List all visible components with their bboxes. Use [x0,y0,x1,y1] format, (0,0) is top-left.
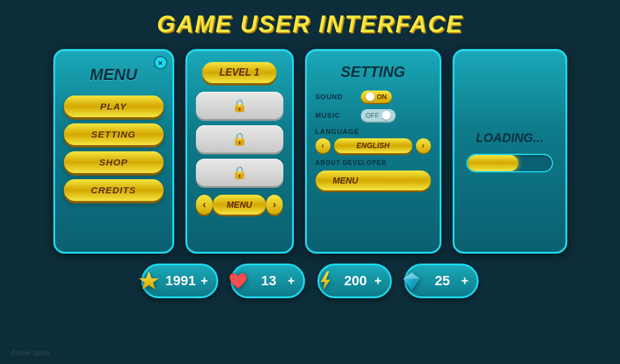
diamond-value: 25 [428,273,456,289]
language-label: LANGUAGE [316,128,431,135]
star-stat-group: 1991 + [141,264,219,298]
heart-icon [226,267,250,295]
sound-row: SOUND ON [316,91,431,103]
language-row: LANGUAGE ‹ ENGLISH › [316,128,431,153]
lock-icon-2: 🔒 [232,131,247,146]
language-display: ENGLISH [334,138,412,153]
bottom-bar: 1991 + 13 + 200 + [0,264,620,298]
levels-panel: LEVEL 1 🔒 🔒 🔒 ‹ MENU › [185,49,294,254]
lightning-stat-group: 200 + [317,264,392,298]
svg-marker-1 [321,271,330,290]
credits-button[interactable]: CREDITS [64,179,164,201]
levels-menu-button[interactable]: MENU [213,195,265,215]
loading-bar-background [466,154,553,172]
level-row-3[interactable]: 🔒 [196,159,283,186]
loading-panel: LOADING... [453,49,567,254]
star-value: 1991 [166,273,196,289]
prev-arrow[interactable]: ‹ [196,195,213,215]
music-toggle[interactable]: OFF [361,109,396,122]
lang-next-arrow[interactable]: › [416,138,431,153]
menu-panel: × MENU PLAY SETTING SHOP CREDITS [53,49,174,254]
loading-text: LOADING... [476,131,544,145]
menu-title: MENU [64,65,164,84]
play-button[interactable]: PLAY [64,95,164,117]
music-state: OFF [366,112,379,119]
level-row-2[interactable]: 🔒 [196,125,283,153]
lock-icon-1: 🔒 [232,98,247,113]
svg-marker-3 [403,272,420,278]
sound-label: SOUND [316,93,356,100]
page-title: GAME USER INTERFACE [0,0,620,38]
lightning-icon-container [313,269,337,293]
level-badge: LEVEL 1 [202,62,277,83]
music-label: MUSIC [316,112,356,119]
diamond-plus[interactable]: + [461,274,469,288]
level-row-1[interactable]: 🔒 [196,92,283,119]
star-plus[interactable]: + [201,274,208,288]
music-row: MUSIC OFF [316,109,431,122]
diamond-icon [400,267,423,295]
setting-button[interactable]: SETTING [64,123,164,145]
settings-menu-button[interactable]: MENU [316,171,431,190]
settings-panel: SETTING SOUND ON MUSIC OFF LANGUAGE ‹ EN… [305,49,441,254]
heart-value: 13 [255,273,282,289]
star-icon-container [137,269,161,293]
heart-icon-container [226,269,250,293]
toggle-dot [366,92,374,101]
watermark: Adobe Stock [11,349,50,357]
diamond-icon-container [400,269,423,293]
sound-state: ON [377,93,388,100]
lightning-icon [313,267,337,295]
close-button[interactable]: × [154,56,167,69]
levels-nav: ‹ MENU › [196,195,283,215]
star-icon [137,267,161,295]
about-label: ABOUT DEVELOPER [316,159,431,166]
svg-marker-0 [138,271,159,289]
heart-plus[interactable]: + [288,274,295,288]
next-arrow[interactable]: › [266,195,283,215]
toggle-dot-off [382,111,391,120]
loading-bar-fill [467,155,518,171]
sound-toggle[interactable]: ON [361,91,392,103]
lang-prev-arrow[interactable]: ‹ [316,138,330,153]
lightning-plus[interactable]: + [374,274,382,288]
heart-stat-group: 13 + [231,264,305,298]
settings-title: SETTING [316,63,431,81]
diamond-stat-group: 25 + [404,264,479,298]
lightning-value: 200 [342,273,369,289]
lock-icon-3: 🔒 [232,165,247,180]
shop-button[interactable]: SHOP [64,151,164,173]
language-selector: ‹ ENGLISH › [316,138,431,153]
